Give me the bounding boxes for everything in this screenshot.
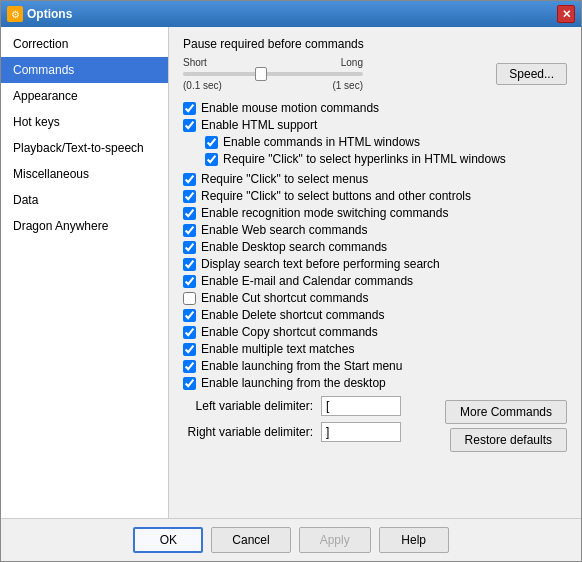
label-email-calendar: Enable E-mail and Calendar commands xyxy=(201,274,413,288)
checkbox-row-html-commands: Enable commands in HTML windows xyxy=(205,135,567,149)
bottom-buttons: More Commands Restore defaults xyxy=(445,400,567,452)
field-row-right-delimiter: Right variable delimiter: xyxy=(183,422,401,442)
checkbox-row-html-support: Enable HTML support xyxy=(183,118,567,132)
checkbox-delete-shortcut[interactable] xyxy=(183,309,196,322)
slider-sublabels: (0.1 sec) (1 sec) xyxy=(183,80,363,91)
label-click-buttons: Require "Click" to select buttons and ot… xyxy=(201,189,471,203)
label-cut-shortcut: Enable Cut shortcut commands xyxy=(201,291,368,305)
checkbox-row-multiple-text: Enable multiple text matches xyxy=(183,342,567,356)
field-row-left-delimiter: Left variable delimiter: xyxy=(183,396,401,416)
checkbox-row-desktop-search: Enable Desktop search commands xyxy=(183,240,567,254)
checkbox-recognition-mode[interactable] xyxy=(183,207,196,220)
label-display-search: Display search text before performing se… xyxy=(201,257,440,271)
long-sub: (1 sec) xyxy=(332,80,363,91)
checkbox-desktop[interactable] xyxy=(183,377,196,390)
right-delimiter-label: Right variable delimiter: xyxy=(183,425,313,439)
window-title: Options xyxy=(27,7,72,21)
checkbox-multiple-text[interactable] xyxy=(183,343,196,356)
label-desktop-search: Enable Desktop search commands xyxy=(201,240,387,254)
checkbox-copy-shortcut[interactable] xyxy=(183,326,196,339)
checkbox-desktop-search[interactable] xyxy=(183,241,196,254)
short-sub: (0.1 sec) xyxy=(183,80,222,91)
footer: OK Cancel Apply Help xyxy=(1,518,581,561)
checkbox-web-search[interactable] xyxy=(183,224,196,237)
checkbox-row-email-calendar: Enable E-mail and Calendar commands xyxy=(183,274,567,288)
checkbox-cut-shortcut[interactable] xyxy=(183,292,196,305)
checkbox-row-copy-shortcut: Enable Copy shortcut commands xyxy=(183,325,567,339)
short-label: Short xyxy=(183,57,207,68)
sidebar-item-data[interactable]: Data xyxy=(1,187,168,213)
cancel-button[interactable]: Cancel xyxy=(211,527,290,553)
sidebar-item-miscellaneous[interactable]: Miscellaneous xyxy=(1,161,168,187)
checkbox-start-menu[interactable] xyxy=(183,360,196,373)
checkbox-row-click-buttons: Require "Click" to select buttons and ot… xyxy=(183,189,567,203)
more-commands-button[interactable]: More Commands xyxy=(445,400,567,424)
checkbox-row-start-menu: Enable launching from the Start menu xyxy=(183,359,567,373)
pause-label: Pause required before commands xyxy=(183,37,567,51)
checkbox-row-delete-shortcut: Enable Delete shortcut commands xyxy=(183,308,567,322)
sidebar-item-dragon-anywhere[interactable]: Dragon Anywhere xyxy=(1,213,168,239)
left-delimiter-label: Left variable delimiter: xyxy=(183,399,313,413)
label-start-menu: Enable launching from the Start menu xyxy=(201,359,402,373)
slider-container: Short Long (0.1 sec) (1 sec) xyxy=(183,57,363,91)
label-click-menus: Require "Click" to select menus xyxy=(201,172,368,186)
ok-button[interactable]: OK xyxy=(133,527,203,553)
speed-button[interactable]: Speed... xyxy=(496,63,567,85)
close-button[interactable]: ✕ xyxy=(557,5,575,23)
slider-labels: Short Long xyxy=(183,57,363,68)
sidebar-item-appearance[interactable]: Appearance xyxy=(1,83,168,109)
checkbox-row-display-search: Display search text before performing se… xyxy=(183,257,567,271)
content-area: Correction Commands Appearance Hot keys … xyxy=(1,27,581,518)
fields-area: Left variable delimiter: Right variable … xyxy=(183,396,401,448)
title-bar-left: ⚙ Options xyxy=(7,6,72,22)
checkbox-click-menus[interactable] xyxy=(183,173,196,186)
long-label: Long xyxy=(341,57,363,68)
sidebar-item-playback[interactable]: Playback/Text-to-speech xyxy=(1,135,168,161)
checkbox-email-calendar[interactable] xyxy=(183,275,196,288)
options-window: ⚙ Options ✕ Correction Commands Appearan… xyxy=(0,0,582,562)
label-mouse-motion: Enable mouse motion commands xyxy=(201,101,379,115)
sidebar-item-commands[interactable]: Commands xyxy=(1,57,168,83)
sidebar-item-correction[interactable]: Correction xyxy=(1,31,168,57)
speed-slider-row: Short Long (0.1 sec) (1 sec) Speed... xyxy=(183,57,567,91)
app-icon: ⚙ xyxy=(7,6,23,22)
checkbox-row-mouse-motion: Enable mouse motion commands xyxy=(183,101,567,115)
checkbox-row-web-search: Enable Web search commands xyxy=(183,223,567,237)
checkbox-row-html-hyperlinks: Require "Click" to select hyperlinks in … xyxy=(205,152,567,166)
checkbox-html-support[interactable] xyxy=(183,119,196,132)
right-delimiter-input[interactable] xyxy=(321,422,401,442)
label-html-commands: Enable commands in HTML windows xyxy=(223,135,420,149)
label-desktop: Enable launching from the desktop xyxy=(201,376,386,390)
help-button[interactable]: Help xyxy=(379,527,449,553)
label-multiple-text: Enable multiple text matches xyxy=(201,342,354,356)
checkbox-row-desktop: Enable launching from the desktop xyxy=(183,376,567,390)
checkbox-click-buttons[interactable] xyxy=(183,190,196,203)
checkbox-html-hyperlinks[interactable] xyxy=(205,153,218,166)
label-recognition-mode: Enable recognition mode switching comman… xyxy=(201,206,448,220)
checkbox-row-click-menus: Require "Click" to select menus xyxy=(183,172,567,186)
main-panel: Pause required before commands Short Lon… xyxy=(169,27,581,518)
label-web-search: Enable Web search commands xyxy=(201,223,368,237)
left-delimiter-input[interactable] xyxy=(321,396,401,416)
checkbox-mouse-motion[interactable] xyxy=(183,102,196,115)
apply-button[interactable]: Apply xyxy=(299,527,371,553)
slider-track[interactable] xyxy=(183,72,363,76)
sidebar-item-hotkeys[interactable]: Hot keys xyxy=(1,109,168,135)
checkbox-html-commands[interactable] xyxy=(205,136,218,149)
slider-thumb[interactable] xyxy=(255,67,267,81)
label-html-support: Enable HTML support xyxy=(201,118,317,132)
label-html-hyperlinks: Require "Click" to select hyperlinks in … xyxy=(223,152,506,166)
checkbox-row-cut-shortcut: Enable Cut shortcut commands xyxy=(183,291,567,305)
restore-defaults-button[interactable]: Restore defaults xyxy=(450,428,567,452)
label-delete-shortcut: Enable Delete shortcut commands xyxy=(201,308,384,322)
sidebar: Correction Commands Appearance Hot keys … xyxy=(1,27,169,518)
label-copy-shortcut: Enable Copy shortcut commands xyxy=(201,325,378,339)
checkbox-row-recognition-mode: Enable recognition mode switching comman… xyxy=(183,206,567,220)
checkbox-display-search[interactable] xyxy=(183,258,196,271)
title-bar: ⚙ Options ✕ xyxy=(1,1,581,27)
